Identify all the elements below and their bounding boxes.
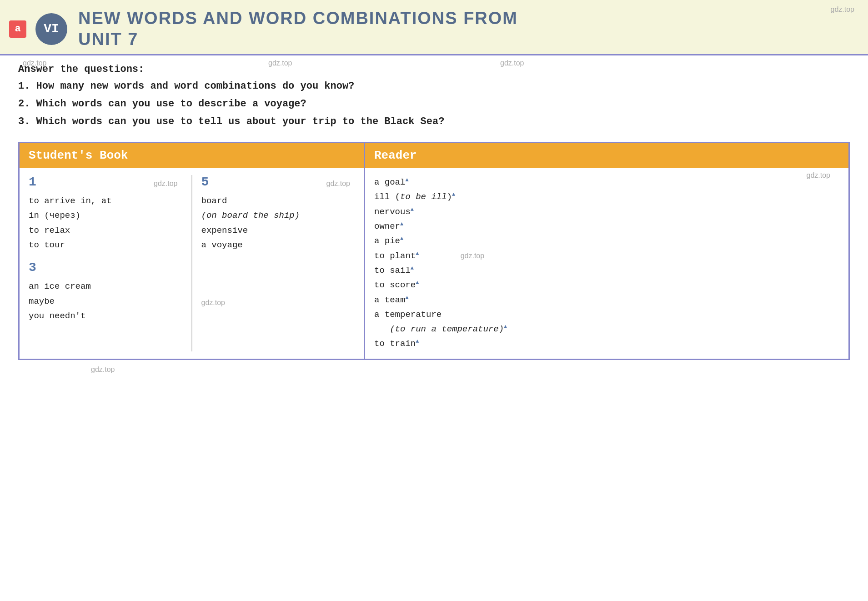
reader-word-0: a goal▲ <box>374 175 839 190</box>
triangle-icon-7: ▲ <box>416 280 419 286</box>
word-maybe: maybe <box>29 294 182 309</box>
watermark-bottom-1: gdz.top <box>91 366 115 374</box>
sub-col-1-3: gdz.top 1 to arrive in, at in (через) to… <box>20 175 192 351</box>
reader-word-9: a temperature <box>374 307 839 322</box>
header: a VI NEW WORDS AND WORD COMBINATIONS FRO… <box>0 0 868 55</box>
section-5-num: 5 <box>201 175 355 189</box>
section-3-num: 3 <box>29 260 182 275</box>
word-ice-cream: an ice cream <box>29 279 182 294</box>
word-relax: to relax <box>29 223 182 238</box>
triangle-icon-10: ▲ <box>504 324 507 330</box>
word-on-board: (on board the ship) <box>201 208 355 223</box>
reader-word-3: owner▲ <box>374 219 839 234</box>
triangle-icon-6: ▲ <box>411 265 414 271</box>
word-expensive: expensive <box>201 223 355 238</box>
word-neednt: you needn't <box>29 309 182 323</box>
answer-label: Answer the questions: <box>18 64 850 75</box>
reader-body: gdz.top a goal▲ ill (to be ill)▲ nervous… <box>365 168 848 359</box>
triangle-icon-4: ▲ <box>400 235 403 242</box>
content-area: gdz.top gdz.top gdz.top Answer the quest… <box>0 55 868 369</box>
reader-word-1: ill (to be ill)▲ <box>374 190 839 204</box>
page-title: NEW WORDS AND WORD COMBINATIONS FROM UNI… <box>78 8 518 50</box>
word-arrive: to arrive in, at <box>29 194 182 208</box>
questions-section: Answer the questions: 1. How many new wo… <box>18 64 850 129</box>
reader-header: Reader <box>365 143 848 168</box>
word-tour: to tour <box>29 238 182 252</box>
watermark-table-3: gdz.top <box>201 299 355 307</box>
reader-word-8: a team▲ <box>374 293 839 307</box>
section-1-num: 1 <box>29 175 182 189</box>
word-in: in (через) <box>29 208 182 223</box>
vocabulary-table: Student's Book gdz.top 1 to arrive in, a… <box>18 142 850 360</box>
word-board: board <box>201 194 355 208</box>
question-2: 2. Which words can you use to describe a… <box>18 96 850 111</box>
logo-icon: a <box>9 20 26 38</box>
triangle-icon-0: ▲ <box>405 177 408 183</box>
students-book-column: Student's Book gdz.top 1 to arrive in, a… <box>20 143 365 359</box>
word-voyage: a voyage <box>201 238 355 252</box>
triangle-icon-3: ▲ <box>400 221 403 227</box>
students-book-body: gdz.top 1 to arrive in, at in (через) to… <box>20 168 364 359</box>
triangle-icon-1: ▲ <box>452 191 455 198</box>
question-3: 3. Which words can you use to tell us ab… <box>18 114 850 129</box>
triangle-icon-5: ▲ <box>416 250 419 256</box>
triangle-icon-11: ▲ <box>416 338 419 345</box>
reader-word-5: to plant▲ gdz.top <box>374 249 839 263</box>
triangle-icon-2: ▲ <box>411 206 414 212</box>
sub-col-5: gdz.top 5 board (on board the ship) expe… <box>192 175 364 351</box>
reader-word-7: to score▲ <box>374 278 839 292</box>
reader-word-2: nervous▲ <box>374 205 839 219</box>
students-book-header: Student's Book <box>20 143 364 168</box>
question-1: 1. How many new words and word combinati… <box>18 79 850 94</box>
reader-word-4: a pie▲ <box>374 234 839 248</box>
watermark-reader-inline: gdz.top <box>461 252 484 260</box>
watermark-header: gdz.top <box>831 5 854 14</box>
reader-word-10: (to run a temperature)▲ <box>374 322 839 336</box>
reader-column: Reader gdz.top a goal▲ ill (to be ill)▲ … <box>365 143 848 359</box>
reader-word-6: to sail▲ <box>374 263 839 278</box>
reader-word-11: to train▲ <box>374 336 839 351</box>
triangle-icon-8: ▲ <box>405 294 408 300</box>
unit-circle: VI <box>35 13 67 45</box>
